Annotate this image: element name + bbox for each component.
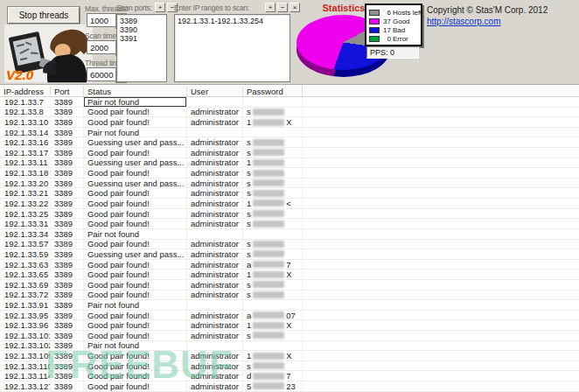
password-redacted: [253, 312, 284, 318]
table-row[interactable]: 192.1.33.213389Good pair found!administr…: [0, 188, 579, 199]
table-row[interactable]: 192.1.33.113389Guessing user and pass...…: [0, 158, 579, 169]
cell-ip: 192.1.33.101: [0, 331, 51, 340]
table-row[interactable]: 192.1.33.173389Good pair found!administr…: [0, 148, 579, 158]
table-row[interactable]: 192.1.33.313389Good pair found!administr…: [0, 219, 579, 229]
cell-port: 3389: [51, 137, 84, 147]
password-prefix: s: [247, 361, 251, 371]
password-prefix: 1: [247, 199, 251, 208]
table-row[interactable]: 192.1.33.1143389Good pair found!administ…: [0, 371, 579, 382]
password-redacted: [253, 250, 284, 257]
cell-port: 3389: [51, 199, 84, 208]
cell-filler: [303, 351, 579, 360]
column-header-user[interactable]: User: [187, 86, 243, 96]
cell-ip: 192.1.33.63: [0, 260, 51, 270]
cell-filler: [303, 209, 579, 219]
password-redacted: [253, 119, 284, 126]
table-row[interactable]: 192.1.33.1103389Good pair found!administ…: [0, 361, 579, 372]
cell-port: 3389: [51, 371, 84, 381]
cell-filler: [303, 188, 579, 198]
cell-ip: 192.1.33.95: [0, 311, 51, 320]
password-suffix: X: [286, 320, 291, 330]
cell-password: [243, 341, 303, 351]
password-suffix: 07: [286, 311, 296, 320]
cell-user: administrator: [187, 270, 243, 279]
add-range-button[interactable]: +: [265, 3, 276, 12]
table-row[interactable]: 192.1.33.83389Good pair found!administra…: [0, 108, 579, 118]
table-row[interactable]: 192.1.33.223389Good pair found!administr…: [0, 199, 579, 209]
table-row[interactable]: 192.1.33.103389Good pair found!administr…: [0, 117, 579, 128]
table-row[interactable]: 192.1.33.913389Pair not found: [0, 300, 579, 311]
legend-swatch: [369, 10, 380, 16]
website-link[interactable]: http://stascorp.com: [427, 17, 500, 26]
scan-timeout-input[interactable]: [87, 40, 115, 54]
remove-range-button[interactable]: −: [277, 3, 288, 12]
column-header-password[interactable]: Password: [243, 86, 303, 96]
cell-port: 3389: [51, 320, 84, 330]
table-row[interactable]: 192.1.33.1273389Good pair found!administ…: [0, 382, 579, 392]
table-row[interactable]: 192.1.33.1013389Good pair found!administ…: [0, 331, 579, 341]
cell-filler: [303, 280, 579, 290]
app-logo: V2.0: [4, 24, 93, 83]
table-row[interactable]: 192.1.33.203389Guessing user and pass...…: [0, 178, 579, 189]
password-redacted: [253, 179, 284, 186]
table-row[interactable]: 192.1.33.633389Good pair found!administr…: [0, 260, 579, 270]
table-row[interactable]: 192.1.33.1093389Good pair found!administ…: [0, 351, 579, 361]
password-suffix: X: [286, 117, 291, 127]
cell-status: Good pair found!: [84, 311, 187, 320]
table-row[interactable]: 192.1.33.253389Good pair found!administr…: [0, 209, 579, 220]
cell-filler: [303, 290, 579, 300]
table-row[interactable]: 192.1.33.163389Guessing user and pass...…: [0, 137, 579, 148]
cell-password: s: [243, 148, 303, 158]
table-row[interactable]: 192.1.33.573389Good pair found!administr…: [0, 240, 579, 250]
ip-range-item[interactable]: 192.1.33.1-192.1.33.254: [178, 17, 287, 25]
password-prefix: a: [247, 260, 251, 270]
cell-password: [243, 97, 303, 107]
stop-threads-button[interactable]: Stop threads: [8, 7, 80, 24]
table-row[interactable]: 192.1.33.953389Good pair found!administr…: [0, 311, 579, 321]
table-row[interactable]: 192.1.33.183389Good pair found!administr…: [0, 168, 579, 178]
cell-user: administrator: [187, 148, 243, 158]
password-redacted: [253, 241, 284, 248]
max-threads-input[interactable]: [87, 13, 115, 27]
table-row[interactable]: 192.1.33.723389Good pair found!administr…: [0, 290, 579, 301]
column-header-status[interactable]: Status: [84, 86, 187, 96]
thread-timeout-input[interactable]: [87, 67, 115, 81]
password-suffix: 7: [286, 260, 290, 270]
password-redacted: [253, 159, 284, 166]
cell-ip: 192.1.33.65: [0, 270, 51, 279]
column-header-ip-address[interactable]: IP-address: [0, 86, 51, 96]
cell-filler: [303, 229, 579, 239]
password-redacted: [253, 200, 284, 206]
cell-password: d7: [243, 371, 303, 381]
table-row[interactable]: 192.1.33.653389Good pair found!administr…: [0, 270, 579, 280]
cell-status: Good pair found!: [84, 270, 187, 279]
scan-port-item[interactable]: 3390: [120, 25, 164, 34]
cell-filler: [303, 260, 579, 270]
table-row[interactable]: 192.1.33.1023389Pair not found: [0, 341, 579, 352]
cell-password: s: [243, 280, 303, 290]
legend-item: 17Bad: [369, 25, 419, 34]
cell-ip: 192.1.33.91: [0, 300, 51, 310]
scan-port-item[interactable]: 3389: [120, 17, 164, 25]
table-body: 192.1.33.73389Pair not found192.1.33.833…: [0, 97, 579, 392]
password-prefix: s: [247, 108, 251, 117]
table-row[interactable]: 192.1.33.343389Pair not found: [0, 229, 579, 240]
status-edit-box[interactable]: Pair not found: [84, 97, 187, 107]
table-row[interactable]: 192.1.33.693389Good pair found!administr…: [0, 280, 579, 290]
cell-port: 3389: [51, 290, 84, 300]
table-row[interactable]: 192.1.33.963389Good pair found!administr…: [0, 320, 579, 331]
scan-port-item[interactable]: 3391: [120, 34, 164, 43]
ip-ranges-listbox[interactable]: 192.1.33.1-192.1.33.254: [174, 14, 290, 82]
table-row[interactable]: 192.1.33.593389Guessing user and pass...…: [0, 249, 579, 260]
cell-filler: [303, 341, 579, 351]
cell-password: 1X: [243, 320, 303, 330]
cell-password: [243, 128, 303, 137]
cell-password: s: [243, 240, 303, 249]
column-header-port[interactable]: Port: [51, 86, 84, 96]
password-prefix: s: [247, 249, 251, 259]
table-row[interactable]: 192.1.33.143389Pair not found: [0, 128, 579, 138]
table-row[interactable]: 192.1.33.73389Pair not found: [0, 97, 579, 108]
cell-ip: 192.1.33.14: [0, 128, 51, 137]
add-port-button[interactable]: +: [155, 3, 165, 12]
scan-ports-listbox[interactable]: 338933903391: [116, 14, 167, 82]
